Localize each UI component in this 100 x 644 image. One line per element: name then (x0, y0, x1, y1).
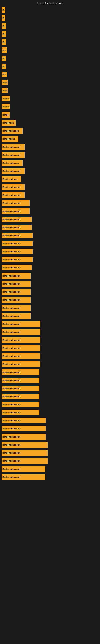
list-item: Bott (0, 78, 100, 86)
bottleneck-bar: Bottleneck result (1, 370, 39, 375)
bottleneck-label: Bottleneck result (2, 371, 20, 374)
list-item: Bottleneck result (0, 416, 100, 425)
bottleneck-bar: B (1, 7, 5, 13)
bottleneck-label: Bottleneck result (2, 395, 20, 398)
bottleneck-label: Bottleneck res (2, 178, 18, 180)
list-item: Bottleneck result (0, 304, 100, 312)
bottleneck-bar: Bot (1, 48, 7, 53)
list-item: Bottleneck result (0, 368, 100, 376)
list-item: Bottleneck result (0, 336, 100, 344)
bottleneck-label: Bottleneck result (2, 411, 20, 414)
bottleneck-label: Bottleneck resu (2, 130, 19, 132)
list-item: Bottleneck result (0, 296, 100, 304)
bottleneck-bar: Bottleneck result (1, 224, 32, 230)
bottleneck-bar: Bottleneck result (1, 152, 25, 158)
list-item: Bottle (0, 111, 100, 119)
bottleneck-bar: Bottleneck resu (1, 160, 23, 166)
bottleneck-bar: Bottleneck result (1, 281, 31, 286)
bottleneck-bar: Bottleneck result (1, 466, 45, 472)
bottleneck-label: Bottleneck result (2, 194, 20, 196)
bottleneck-bar: Bottleneck result (1, 402, 39, 407)
bottleneck-bar: Bottleneck result (1, 168, 25, 174)
bottleneck-label: Bottleneck result (2, 323, 20, 325)
bottleneck-bar: Bottleneck result (1, 458, 48, 464)
bottleneck-bar: Bottleneck result (1, 297, 31, 303)
bottleneck-label: Bottleneck result (2, 290, 20, 293)
bottleneck-label: Bottleneck result (2, 186, 20, 188)
bottleneck-bar: Bottleneck result (1, 426, 46, 432)
bottleneck-bar: Bottleneck result (1, 321, 40, 327)
bottleneck-label: Bottleneck result (2, 387, 20, 390)
bottleneck-bar: Bottleneck r (1, 136, 18, 142)
bottleneck-label: Bottleneck result (2, 154, 20, 156)
bottleneck-bar: Bottleneck result (1, 233, 33, 238)
bottleneck-bar: Bottle (1, 104, 10, 110)
list-item: Bottleneck result (0, 312, 100, 320)
list-item: Bottleneck result (0, 457, 100, 465)
list-item: Bott (0, 86, 100, 94)
bottleneck-bar: Bottleneck result (1, 144, 25, 150)
bottleneck-bar: Bot (1, 72, 7, 77)
bottleneck-label: Bottleneck result (2, 460, 20, 462)
bottleneck-bar: Bo (1, 56, 6, 61)
bottleneck-label: Bottleneck result (2, 282, 20, 285)
site-title: TheBottlenecker.com (0, 0, 100, 6)
bottleneck-label: Bo (2, 41, 5, 44)
list-item: Bottleneck result (0, 344, 100, 352)
list-item: Bottleneck res (0, 175, 100, 183)
bottleneck-bar: Bottleneck result (1, 345, 40, 351)
bottleneck-bar: Bottleneck result (1, 418, 46, 424)
list-item: Bot (0, 70, 100, 78)
list-item: Bottleneck result (0, 433, 100, 441)
bottleneck-label: Bottleneck result (2, 363, 20, 366)
list-item: Bottleneck result (0, 240, 100, 248)
bottleneck-bar: Bottleneck result (1, 208, 30, 214)
bottleneck-label: Bott (2, 89, 7, 92)
bottleneck-bar: Bottleneck result (1, 394, 39, 399)
bottleneck-bar: Bottleneck result (1, 329, 40, 335)
bottleneck-bar: Bottle (1, 96, 10, 102)
bottleneck-bar: Bottleneck result (1, 442, 48, 448)
bottleneck-label: Bottleneck result (2, 250, 20, 253)
bottleneck-label: Bo (2, 25, 5, 27)
bottleneck-label: Bottleneck result (2, 420, 20, 422)
bottleneck-bar: Bottleneck result (1, 192, 25, 198)
list-item: B (0, 14, 100, 22)
bottleneck-bar: Bottleneck res (1, 176, 21, 182)
list-item: Bottleneck result (0, 183, 100, 191)
bottleneck-label: Bottleneck result (2, 452, 20, 454)
list-item: Bottleneck result (0, 248, 100, 256)
bottleneck-label: Bottleneck (2, 122, 14, 124)
bottleneck-label: Bottleneck result (2, 242, 20, 245)
bottleneck-label: Bottleneck result (2, 331, 20, 333)
list-item: B (0, 6, 100, 14)
bottleneck-label: Bottleneck result (2, 234, 20, 237)
bottleneck-bar: Bottleneck result (1, 362, 40, 367)
bottleneck-label: Bottleneck result (2, 315, 20, 317)
list-item: Bo (0, 54, 100, 62)
bottleneck-label: Bottleneck result (2, 379, 20, 382)
list-item: Bottleneck result (0, 392, 100, 400)
bottleneck-label: Bottleneck result (2, 468, 20, 470)
bottleneck-bar: Bottleneck result (1, 216, 32, 222)
bottleneck-label: Bottleneck result (2, 226, 20, 228)
list-item: Bottleneck result (0, 280, 100, 288)
bottleneck-label: Bottleneck result (2, 258, 20, 261)
bottleneck-label: B (2, 17, 4, 19)
list-item: Bottleneck result (0, 473, 100, 481)
bottleneck-bar: Bottleneck result (1, 257, 33, 262)
bottleneck-bar: Bottleneck result (1, 410, 39, 416)
list-item: Bottleneck result (0, 441, 100, 449)
bottleneck-bar: Bott (1, 80, 8, 85)
bottleneck-bar: Bottleneck result (1, 474, 45, 480)
bottleneck-label: Bottle (2, 106, 9, 108)
list-item: Bottleneck result (0, 408, 100, 416)
bottleneck-label: Bot (2, 73, 6, 76)
list-item: Bo (0, 62, 100, 70)
bottleneck-label: Bottleneck result (2, 403, 20, 406)
bottleneck-label: Bottleneck result (2, 274, 20, 277)
list-item: Bottle (0, 103, 100, 111)
bottleneck-bar: Bottleneck result (1, 337, 40, 343)
list-item: Bot (0, 46, 100, 54)
bottleneck-bar: B (1, 15, 5, 21)
